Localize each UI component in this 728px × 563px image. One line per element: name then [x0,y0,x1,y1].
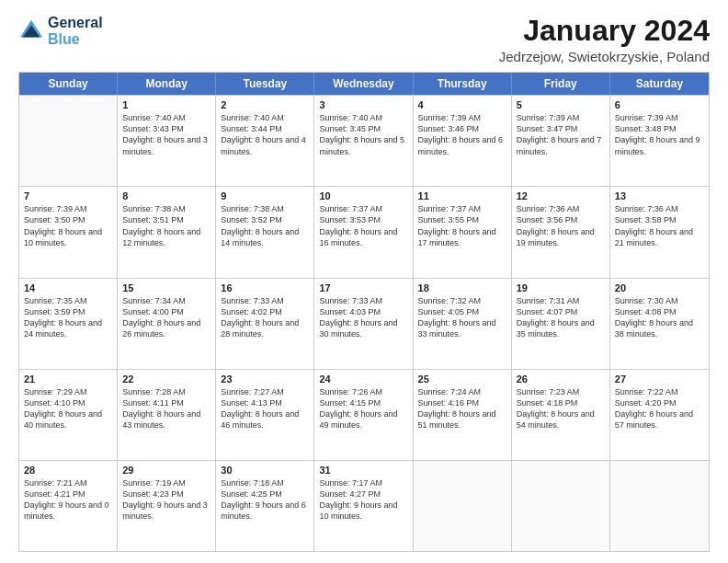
calendar-cell: 16Sunrise: 7:33 AMSunset: 4:02 PMDayligh… [216,279,314,369]
calendar-cell: 24Sunrise: 7:26 AMSunset: 4:15 PMDayligh… [314,370,413,460]
calendar-cell: 21Sunrise: 7:29 AMSunset: 4:10 PMDayligh… [19,370,118,460]
day-number: 17 [319,282,407,293]
day-number: 15 [122,282,210,293]
day-number: 5 [517,99,605,110]
calendar-cell: 7Sunrise: 7:39 AMSunset: 3:50 PMDaylight… [19,187,118,277]
day-detail: Sunrise: 7:22 AMSunset: 4:20 PMDaylight:… [615,386,704,431]
day-detail: Sunrise: 7:27 AMSunset: 4:13 PMDaylight:… [221,386,309,431]
day-detail: Sunrise: 7:38 AMSunset: 3:51 PMDaylight:… [122,203,210,248]
day-number: 31 [319,465,407,476]
day-detail: Sunrise: 7:23 AMSunset: 4:18 PMDaylight:… [517,386,605,431]
day-number: 7 [24,190,112,201]
calendar-cell [512,461,610,551]
calendar-week-1: 1Sunrise: 7:40 AMSunset: 3:43 PMDaylight… [19,95,709,186]
calendar-cell: 14Sunrise: 7:35 AMSunset: 3:59 PMDayligh… [19,279,118,369]
day-detail: Sunrise: 7:33 AMSunset: 4:03 PMDaylight:… [319,295,407,340]
header: General Blue January 2024 Jedrzejow, Swi… [18,15,710,64]
calendar-cell: 6Sunrise: 7:39 AMSunset: 3:48 PMDaylight… [610,96,709,186]
main-title: January 2024 [499,15,710,47]
day-detail: Sunrise: 7:40 AMSunset: 3:45 PMDaylight:… [319,112,407,157]
calendar-week-5: 28Sunrise: 7:21 AMSunset: 4:21 PMDayligh… [19,460,709,551]
day-number: 26 [517,373,605,385]
calendar-cell [610,461,709,551]
day-detail: Sunrise: 7:39 AMSunset: 3:48 PMDaylight:… [615,112,704,157]
day-number: 30 [221,465,309,476]
calendar-cell: 2Sunrise: 7:40 AMSunset: 3:44 PMDaylight… [216,96,314,186]
day-detail: Sunrise: 7:21 AMSunset: 4:21 PMDaylight:… [24,477,112,523]
day-number: 13 [615,190,704,201]
day-detail: Sunrise: 7:19 AMSunset: 4:23 PMDaylight:… [122,477,210,523]
calendar-cell: 3Sunrise: 7:40 AMSunset: 3:45 PMDaylight… [314,96,413,186]
day-number: 12 [517,190,605,201]
day-number: 24 [319,373,407,385]
day-detail: Sunrise: 7:37 AMSunset: 3:55 PMDaylight:… [418,203,506,248]
day-detail: Sunrise: 7:24 AMSunset: 4:16 PMDaylight:… [418,386,506,431]
calendar-header-monday: Monday [118,73,216,95]
day-number: 2 [221,99,309,110]
calendar-header-sunday: Sunday [19,73,118,95]
day-detail: Sunrise: 7:34 AMSunset: 4:00 PMDaylight:… [122,295,210,340]
calendar-cell: 13Sunrise: 7:36 AMSunset: 3:58 PMDayligh… [610,187,709,277]
day-number: 4 [418,99,506,110]
calendar-cell: 1Sunrise: 7:40 AMSunset: 3:43 PMDaylight… [118,96,216,186]
day-detail: Sunrise: 7:36 AMSunset: 3:58 PMDaylight:… [615,203,704,248]
day-number: 18 [418,282,506,293]
day-number: 1 [122,99,210,110]
calendar-cell [19,96,118,186]
day-number: 29 [122,465,210,476]
calendar-cell: 28Sunrise: 7:21 AMSunset: 4:21 PMDayligh… [19,461,118,551]
calendar-cell: 15Sunrise: 7:34 AMSunset: 4:00 PMDayligh… [118,279,216,369]
day-detail: Sunrise: 7:37 AMSunset: 3:53 PMDaylight:… [319,203,407,248]
calendar-week-2: 7Sunrise: 7:39 AMSunset: 3:50 PMDaylight… [19,186,709,277]
day-detail: Sunrise: 7:39 AMSunset: 3:50 PMDaylight:… [24,203,112,248]
calendar-cell: 11Sunrise: 7:37 AMSunset: 3:55 PMDayligh… [414,187,512,277]
calendar-week-3: 14Sunrise: 7:35 AMSunset: 3:59 PMDayligh… [19,278,709,369]
day-detail: Sunrise: 7:26 AMSunset: 4:15 PMDaylight:… [319,386,407,431]
calendar-cell: 19Sunrise: 7:31 AMSunset: 4:07 PMDayligh… [512,279,610,369]
logo: General Blue [18,15,103,47]
day-detail: Sunrise: 7:17 AMSunset: 4:27 PMDaylight:… [319,477,407,523]
calendar-cell: 8Sunrise: 7:38 AMSunset: 3:51 PMDaylight… [118,187,216,277]
day-number: 3 [319,99,407,110]
calendar-body: 1Sunrise: 7:40 AMSunset: 3:43 PMDaylight… [19,95,709,551]
day-detail: Sunrise: 7:31 AMSunset: 4:07 PMDaylight:… [517,295,605,340]
calendar-cell: 17Sunrise: 7:33 AMSunset: 4:03 PMDayligh… [314,279,413,369]
logo-icon [18,18,44,44]
title-block: January 2024 Jedrzejow, Swietokrzyskie, … [499,15,710,64]
day-detail: Sunrise: 7:32 AMSunset: 4:05 PMDaylight:… [418,295,506,340]
day-detail: Sunrise: 7:39 AMSunset: 3:46 PMDaylight:… [418,112,506,157]
day-number: 20 [615,282,704,293]
calendar-cell: 18Sunrise: 7:32 AMSunset: 4:05 PMDayligh… [414,279,512,369]
day-number: 27 [615,373,704,385]
day-detail: Sunrise: 7:29 AMSunset: 4:10 PMDaylight:… [24,386,112,431]
calendar-cell: 27Sunrise: 7:22 AMSunset: 4:20 PMDayligh… [610,370,709,460]
calendar-header: SundayMondayTuesdayWednesdayThursdayFrid… [19,73,709,95]
calendar-header-friday: Friday [512,73,610,95]
calendar-cell: 22Sunrise: 7:28 AMSunset: 4:11 PMDayligh… [118,370,216,460]
day-detail: Sunrise: 7:33 AMSunset: 4:02 PMDaylight:… [221,295,309,340]
day-number: 19 [517,282,605,293]
day-detail: Sunrise: 7:28 AMSunset: 4:11 PMDaylight:… [122,386,210,431]
calendar-header-tuesday: Tuesday [216,73,314,95]
day-number: 14 [24,282,112,293]
calendar-header-thursday: Thursday [414,73,512,95]
calendar-cell: 23Sunrise: 7:27 AMSunset: 4:13 PMDayligh… [216,370,314,460]
calendar-week-4: 21Sunrise: 7:29 AMSunset: 4:10 PMDayligh… [19,369,709,460]
calendar-cell: 29Sunrise: 7:19 AMSunset: 4:23 PMDayligh… [118,461,216,551]
calendar-cell: 20Sunrise: 7:30 AMSunset: 4:08 PMDayligh… [610,279,709,369]
calendar-cell: 26Sunrise: 7:23 AMSunset: 4:18 PMDayligh… [512,370,610,460]
calendar: SundayMondayTuesdayWednesdayThursdayFrid… [18,72,710,552]
day-number: 9 [221,190,309,201]
day-number: 11 [418,190,506,201]
calendar-header-saturday: Saturday [610,73,709,95]
calendar-cell: 31Sunrise: 7:17 AMSunset: 4:27 PMDayligh… [314,461,413,551]
calendar-cell: 30Sunrise: 7:18 AMSunset: 4:25 PMDayligh… [216,461,314,551]
day-number: 10 [319,190,407,201]
day-number: 28 [24,465,112,476]
day-number: 22 [122,373,210,385]
day-detail: Sunrise: 7:40 AMSunset: 3:44 PMDaylight:… [221,112,309,157]
subtitle: Jedrzejow, Swietokrzyskie, Poland [499,49,710,64]
day-detail: Sunrise: 7:36 AMSunset: 3:56 PMDaylight:… [517,203,605,248]
day-detail: Sunrise: 7:39 AMSunset: 3:47 PMDaylight:… [517,112,605,157]
calendar-cell: 10Sunrise: 7:37 AMSunset: 3:53 PMDayligh… [314,187,413,277]
